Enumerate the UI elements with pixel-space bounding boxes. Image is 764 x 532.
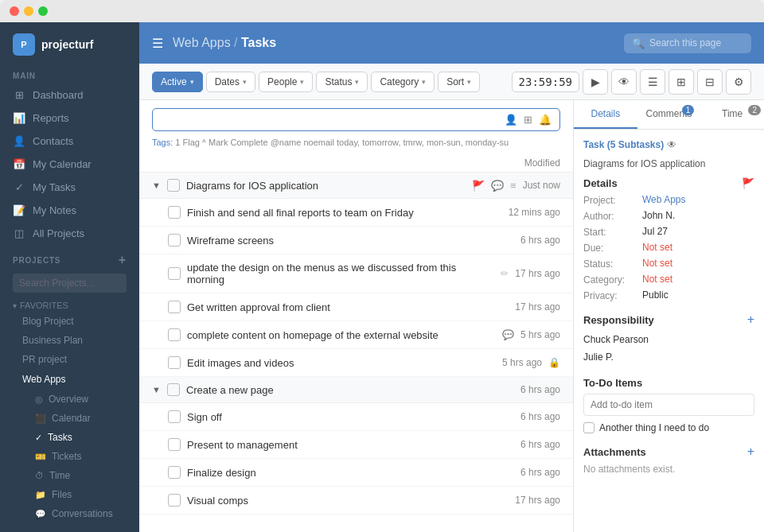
bell-icon[interactable]: 🔔	[539, 114, 552, 126]
task-item[interactable]: Finalize design 6 hrs ago	[139, 459, 573, 487]
lock-icon: 🔒	[548, 357, 560, 368]
task-group-create-page[interactable]: ▼ Create a new page 6 hrs ago	[139, 377, 573, 403]
list-view-button[interactable]: ☰	[640, 69, 665, 95]
details-section-header: Details 🚩	[583, 177, 754, 189]
sidebar-item-my-notes[interactable]: 📝 My Notes	[0, 199, 139, 222]
search-input[interactable]	[649, 37, 743, 49]
task-item[interactable]: complete content on homepage of the exte…	[139, 321, 573, 349]
task-checkbox[interactable]	[168, 328, 181, 341]
category-value[interactable]: Not set	[642, 274, 672, 285]
sidebar-item-time[interactable]: ⏱ Time	[0, 466, 139, 485]
sidebar-item-tickets[interactable]: 🎫 Tickets	[0, 447, 139, 466]
sidebar-item-dashboard[interactable]: ⊞ Dashboard	[0, 83, 139, 107]
sidebar-item-business-plan[interactable]: Business Plan	[0, 331, 139, 350]
task-search-icons: 👤 ⊞ 🔔	[505, 114, 552, 126]
task-time: 5 hrs ago	[502, 357, 542, 368]
project-value[interactable]: Web Apps	[642, 194, 685, 205]
task-time: 6 hrs ago	[520, 467, 560, 478]
task-item[interactable]: Sign off 6 hrs ago	[139, 403, 573, 431]
grid-icon[interactable]: ⊞	[524, 114, 532, 126]
settings-button[interactable]: ⚙	[726, 69, 751, 95]
task-checkbox[interactable]	[168, 234, 181, 247]
task-checkbox[interactable]	[168, 410, 181, 423]
group-checkbox[interactable]	[167, 383, 180, 396]
task-checkbox[interactable]	[168, 466, 181, 479]
eye-button[interactable]: 👁	[611, 69, 637, 95]
task-checkbox[interactable]	[168, 356, 181, 369]
task-item[interactable]: Present to management 6 hrs ago	[139, 431, 573, 459]
group-list-icon: ≡	[510, 180, 516, 192]
tab-comments[interactable]: Comments 1	[637, 100, 701, 129]
group-checkbox[interactable]	[167, 179, 180, 192]
comments-badge: 1	[682, 105, 695, 115]
task-checkbox[interactable]	[168, 267, 181, 280]
todo-input[interactable]	[583, 394, 754, 416]
status-filter-button[interactable]: Status ▾	[316, 72, 368, 92]
task-search-input[interactable]: Schedule photoshoot with photographer an…	[161, 114, 500, 126]
close-button[interactable]	[10, 6, 19, 16]
sidebar-item-tasks[interactable]: ✓ Tasks	[0, 428, 139, 447]
task-checkbox[interactable]	[168, 206, 181, 219]
sidebar-item-pr-project[interactable]: PR project	[0, 350, 139, 369]
sidebar-item-conversations[interactable]: 💬 Conversations	[0, 504, 139, 523]
task-group-diagrams[interactable]: ▼ Diagrams for IOS application 🚩 💬 ≡ Jus…	[139, 173, 573, 199]
task-item[interactable]: Visual comps 17 hrs ago	[139, 487, 573, 515]
play-button[interactable]: ▶	[583, 69, 608, 95]
nested-item-label: Conversations	[52, 508, 113, 519]
hamburger-menu-button[interactable]: ☰	[152, 36, 163, 51]
task-item[interactable]: Wireframe screens 6 hrs ago	[139, 227, 573, 254]
add-responsibility-button[interactable]: +	[747, 313, 754, 327]
task-item[interactable]: Edit images and videos 5 hrs ago 🔒	[139, 349, 573, 377]
sidebar-item-overview[interactable]: ◎ Overview	[0, 390, 139, 409]
dashboard-icon: ⊞	[13, 89, 25, 101]
due-value[interactable]: Not set	[642, 242, 672, 253]
todo-checkbox[interactable]	[583, 422, 594, 433]
person-icon[interactable]: 👤	[505, 114, 517, 126]
modified-label: Modified	[524, 157, 560, 169]
sort-filter-button[interactable]: Sort ▾	[438, 72, 480, 92]
task-tags: Tags: 1 Flag ᴬ Mark Complete @name noema…	[139, 136, 573, 154]
status-value[interactable]: Not set	[642, 258, 672, 269]
people-filter-button[interactable]: People ▾	[259, 72, 313, 92]
task-checkbox[interactable]	[168, 438, 181, 451]
category-filter-button[interactable]: Category ▾	[371, 72, 435, 92]
task-item[interactable]: update the design on the menus as we dis…	[139, 254, 573, 293]
group-time: 6 hrs ago	[520, 384, 560, 395]
sidebar-item-my-tasks[interactable]: ✓ My Tasks	[0, 176, 139, 199]
task-list-area: Schedule photoshoot with photographer an…	[139, 100, 573, 532]
tab-time[interactable]: Time 2	[700, 100, 764, 129]
sidebar-item-contacts[interactable]: 👤 Contacts	[0, 130, 139, 153]
eye-icon: 👁	[667, 139, 676, 150]
search-icon: 🔍	[632, 37, 645, 49]
sidebar-item-reports[interactable]: 📊 Reports	[0, 107, 139, 130]
nested-item-label: Time	[49, 470, 70, 481]
minimize-button[interactable]	[24, 6, 33, 16]
detail-task-subtitle: Task (5 Subtasks) 👁	[583, 139, 754, 150]
responsibility-name-1: Chuck Pearson	[583, 332, 754, 349]
sidebar-item-blog-project[interactable]: Blog Project	[0, 312, 139, 331]
expand-arrow[interactable]: ▼	[152, 181, 161, 190]
task-item[interactable]: Get written approval from client 17 hrs …	[139, 293, 573, 321]
table-view-button[interactable]: ⊟	[697, 69, 723, 95]
sidebar-item-web-apps[interactable]: Web Apps	[0, 369, 139, 390]
task-checkbox[interactable]	[168, 494, 181, 507]
expand-arrow[interactable]: ▼	[152, 385, 161, 394]
detail-row-start: Start: Jul 27	[583, 226, 754, 238]
add-attachment-button[interactable]: +	[747, 445, 754, 459]
task-item[interactable]: Finish and send all final reports to tea…	[139, 199, 573, 227]
sidebar-item-my-calendar[interactable]: 📅 My Calendar	[0, 153, 139, 176]
task-time: 6 hrs ago	[520, 439, 560, 450]
maximize-button[interactable]	[38, 6, 48, 16]
sidebar-item-all-projects[interactable]: ◫ All Projects	[0, 222, 139, 245]
sidebar-item-files[interactable]: 📁 Files	[0, 485, 139, 504]
breadcrumb: Web Apps / Tasks	[173, 36, 618, 50]
dates-filter-button[interactable]: Dates ▾	[206, 72, 255, 92]
task-checkbox[interactable]	[168, 301, 181, 313]
all-projects-icon: ◫	[13, 227, 25, 239]
tab-details[interactable]: Details	[574, 100, 637, 129]
grid-view-button[interactable]: ⊞	[668, 69, 694, 95]
sidebar-item-calendar[interactable]: ⬛ Calendar	[0, 409, 139, 428]
search-projects-input[interactable]	[13, 274, 127, 293]
active-filter-button[interactable]: Active ▾	[152, 72, 203, 92]
add-project-button[interactable]: +	[119, 253, 127, 267]
